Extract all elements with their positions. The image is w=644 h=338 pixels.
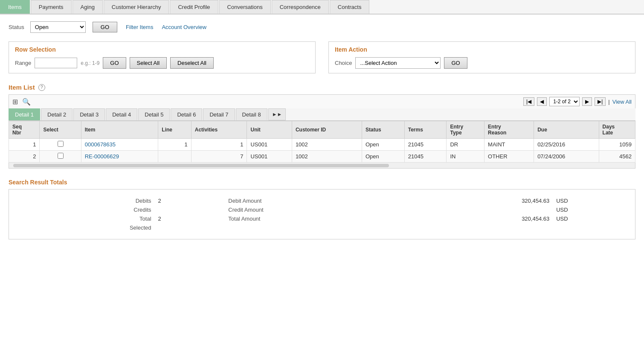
col-header-customer_id: Customer ID: [292, 121, 362, 139]
cell-entry_reason: MAINT: [484, 139, 534, 151]
totals-row-label: Total: [17, 214, 158, 223]
page-select[interactable]: 1-2 of 2: [549, 97, 580, 106]
col-header-terms: Terms: [404, 121, 447, 139]
totals-row-label: Debits: [17, 196, 158, 205]
tab-contracts[interactable]: Contracts: [330, 0, 370, 14]
detail-tab-detail-7[interactable]: Detail 7: [203, 108, 235, 120]
totals-count: [158, 205, 229, 214]
totals-amount-label: [228, 223, 415, 232]
status-row: Status OpenClosedAll GO Filter Items Acc…: [9, 21, 635, 33]
more-tabs-button[interactable]: ►►: [268, 108, 286, 120]
detail-tab-detail-3[interactable]: Detail 3: [73, 108, 105, 120]
item-action-panel: Item Action Choice ...Select Action GO: [328, 41, 635, 73]
next-page-button[interactable]: ▶: [582, 97, 592, 106]
detail-tab-detail-2[interactable]: Detail 2: [41, 108, 73, 120]
totals-table: Debits2Debit Amount320,454.63USDCreditsC…: [17, 196, 627, 232]
totals-currency: USD: [556, 205, 627, 214]
help-icon[interactable]: ?: [38, 84, 45, 91]
totals-row: Debits2Debit Amount320,454.63USD: [17, 196, 627, 205]
detail-tabs: Detail 1Detail 2Detail 3Detail 4Detail 5…: [9, 108, 635, 121]
cell-unit: US001: [247, 151, 292, 163]
detail-tab-detail-6[interactable]: Detail 6: [171, 108, 202, 120]
range-label: Range: [15, 60, 31, 66]
totals-count: 2: [158, 214, 229, 223]
cell-select[interactable]: [40, 139, 81, 151]
cell-entry_reason: OTHER: [484, 151, 534, 163]
col-header-days_late: DaysLate: [599, 121, 635, 139]
tab-items[interactable]: Items: [0, 0, 30, 14]
cell-line: 1: [158, 139, 191, 151]
totals-amount: 320,454.63: [416, 214, 557, 223]
totals-row-label: Selected: [17, 223, 158, 232]
totals-box: Debits2Debit Amount320,454.63USDCreditsC…: [9, 189, 635, 239]
account-overview-link[interactable]: Account Overview: [162, 24, 206, 30]
col-header-select: Select: [40, 121, 81, 139]
detail-tab-detail-4[interactable]: Detail 4: [106, 108, 137, 120]
cell-entry_type: DR: [447, 139, 484, 151]
tab-aging[interactable]: Aging: [73, 0, 103, 14]
view-all-link[interactable]: View All: [612, 99, 632, 105]
detail-tab-detail-5[interactable]: Detail 5: [138, 108, 170, 120]
cell-select[interactable]: [40, 151, 81, 163]
select-all-button[interactable]: Select All: [130, 57, 167, 69]
filter-items-link[interactable]: Filter Items: [126, 24, 153, 30]
last-page-button[interactable]: ▶|: [595, 97, 606, 106]
totals-title: Search Result Totals: [9, 179, 635, 186]
col-header-due: Due: [534, 121, 599, 139]
col-header-seq_nbr: SeqNbr: [9, 121, 40, 139]
totals-amount-label: Credit Amount: [228, 205, 415, 214]
first-page-button[interactable]: |◀: [523, 97, 534, 106]
tab-conversations[interactable]: Conversations: [219, 0, 271, 14]
cell-due: 02/25/2016: [534, 139, 599, 151]
totals-row: Total2Total Amount320,454.63USD: [17, 214, 627, 223]
cell-item[interactable]: 0000678635: [81, 139, 158, 151]
status-select[interactable]: OpenClosedAll: [30, 21, 86, 33]
action-select[interactable]: ...Select Action: [355, 57, 441, 69]
cell-customer_id: 1002: [292, 151, 362, 163]
totals-currency: [556, 223, 627, 232]
list-toolbar: ⊞ 🔍 |◀ ◀ 1-2 of 2 ▶ ▶| | View All: [9, 94, 635, 108]
totals-amount: [416, 223, 557, 232]
tab-correspondence[interactable]: Correspondence: [272, 0, 329, 14]
totals-amount-label: Total Amount: [228, 214, 415, 223]
detail-tab-detail-8[interactable]: Detail 8: [236, 108, 267, 120]
cell-activities: 7: [191, 151, 247, 163]
totals-count: [158, 223, 229, 232]
row-selection-go-button[interactable]: GO: [103, 57, 126, 69]
row-selection-panel: Row Selection Range e.g.: 1-9 GO Select …: [9, 41, 316, 73]
cell-seq_nbr: 2: [9, 151, 40, 163]
horizontal-scrollbar[interactable]: [9, 163, 635, 169]
prev-page-button[interactable]: ◀: [537, 97, 547, 106]
table-row: 2RE-000066297US0011002Open21045INOTHER07…: [9, 151, 635, 163]
deselect-all-button[interactable]: Deselect All: [170, 57, 214, 69]
detail-tab-detail-1[interactable]: Detail 1: [9, 108, 40, 120]
item-link[interactable]: 0000678635: [85, 141, 116, 148]
tab-payments[interactable]: Payments: [31, 0, 72, 14]
cell-seq_nbr: 1: [9, 139, 40, 151]
cell-item[interactable]: RE-00006629: [81, 151, 158, 163]
status-go-button[interactable]: GO: [93, 22, 117, 32]
row-checkbox[interactable]: [58, 153, 64, 159]
item-list-title: Item List: [9, 84, 35, 91]
range-input[interactable]: [35, 58, 77, 68]
item-link[interactable]: RE-00006629: [85, 153, 119, 160]
totals-row: CreditsCredit AmountUSD: [17, 205, 627, 214]
cell-line: [158, 151, 191, 163]
col-header-activities: Activities: [191, 121, 247, 139]
totals-row-label: Credits: [17, 205, 158, 214]
totals-currency: USD: [556, 214, 627, 223]
cell-activities: 1: [191, 139, 247, 151]
tab-customer-hierarchy[interactable]: Customer Hierarchy: [104, 0, 169, 14]
item-action-go-button[interactable]: GO: [444, 57, 467, 69]
cell-unit: US001: [247, 139, 292, 151]
tab-credit-profile[interactable]: Credit Profile: [170, 0, 218, 14]
pipe-separator: |: [608, 99, 609, 105]
row-checkbox[interactable]: [58, 141, 64, 147]
table-row: 1000067863511US0011002Open21045DRMAINT02…: [9, 139, 635, 151]
grid-icon[interactable]: ⊞: [12, 98, 18, 106]
cell-due: 07/24/2006: [534, 151, 599, 163]
cell-days_late: 4562: [599, 151, 635, 163]
totals-currency: USD: [556, 196, 627, 205]
cell-status: Open: [362, 151, 405, 163]
search-icon[interactable]: 🔍: [22, 98, 31, 106]
